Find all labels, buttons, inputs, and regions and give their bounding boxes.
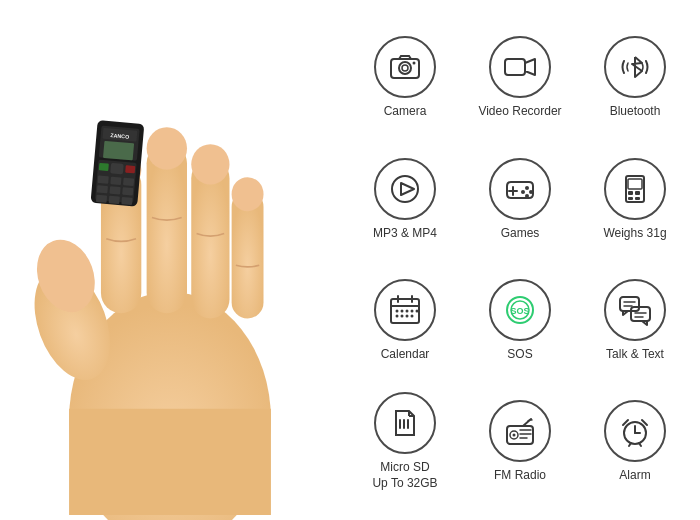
svg-point-60	[406, 314, 409, 317]
camera-icon-circle	[374, 36, 436, 98]
svg-rect-20	[125, 165, 135, 173]
svg-rect-23	[123, 178, 134, 186]
feature-bluetooth: Bluetooth	[580, 20, 690, 136]
svg-rect-24	[97, 185, 108, 193]
svg-point-62	[416, 309, 419, 312]
sos-icon-circle: SOS	[489, 279, 551, 341]
svg-point-57	[411, 309, 414, 312]
svg-text:SOS: SOS	[510, 306, 529, 316]
svg-point-7	[147, 127, 187, 170]
svg-rect-27	[96, 195, 107, 203]
sos-icon: SOS	[503, 293, 537, 327]
svg-rect-1	[69, 409, 271, 515]
gamepad-icon	[503, 172, 537, 206]
games-icon-circle	[489, 158, 551, 220]
svg-rect-26	[122, 187, 133, 195]
svg-point-55	[401, 309, 404, 312]
svg-rect-50	[391, 299, 419, 323]
radio-label: FM Radio	[494, 468, 546, 484]
svg-rect-45	[628, 179, 642, 189]
svg-rect-19	[99, 163, 109, 171]
svg-rect-77	[507, 426, 533, 444]
camera-label: Camera	[384, 104, 427, 120]
svg-point-54	[396, 309, 399, 312]
feature-calendar: Calendar	[350, 263, 460, 379]
svg-point-40	[521, 190, 525, 194]
feature-talk-text: Talk & Text	[580, 263, 690, 379]
phone-small-icon	[618, 172, 652, 206]
svg-point-56	[406, 309, 409, 312]
left-panel: ZANCO	[0, 0, 340, 520]
feature-games: Games	[465, 141, 575, 257]
bluetooth-icon-circle	[604, 36, 666, 98]
mp3-label: MP3 & MP4	[373, 226, 437, 242]
svg-point-32	[402, 65, 408, 71]
games-label: Games	[501, 226, 540, 242]
video-label: Video Recorder	[478, 104, 561, 120]
microsd-icon-circle	[374, 392, 436, 454]
weight-icon-circle	[604, 158, 666, 220]
svg-rect-48	[628, 197, 633, 200]
svg-rect-47	[635, 191, 640, 195]
radio-icon-circle	[489, 400, 551, 462]
feature-radio: FM Radio	[465, 384, 575, 500]
feature-video: Video Recorder	[465, 20, 575, 136]
mp3-icon-circle	[374, 158, 436, 220]
calendar-icon	[388, 293, 422, 327]
svg-rect-49	[635, 197, 640, 200]
feature-mp3: MP3 & MP4	[350, 141, 460, 257]
svg-rect-18	[110, 163, 124, 175]
calendar-icon-circle	[374, 279, 436, 341]
svg-rect-66	[620, 297, 639, 311]
bluetooth-label: Bluetooth	[610, 104, 661, 120]
svg-point-61	[411, 314, 414, 317]
svg-marker-37	[401, 183, 414, 195]
svg-point-41	[525, 194, 529, 198]
svg-point-33	[413, 62, 416, 65]
svg-point-11	[232, 177, 264, 211]
sos-label: SOS	[507, 347, 532, 363]
svg-rect-16	[103, 141, 134, 161]
talk-text-label: Talk & Text	[606, 347, 664, 363]
bluetooth-icon	[618, 50, 652, 84]
feature-camera: Camera	[350, 20, 460, 136]
svg-marker-35	[525, 59, 535, 75]
radio-icon	[503, 414, 537, 448]
feature-weight: Weighs 31g	[580, 141, 690, 257]
alarm-icon-circle	[604, 400, 666, 462]
svg-rect-25	[109, 186, 120, 194]
svg-point-38	[525, 186, 529, 190]
talk-text-icon-circle	[604, 279, 666, 341]
svg-point-31	[399, 62, 411, 74]
camera-icon	[388, 50, 422, 84]
features-grid: Camera Video Recorder Bluetooth	[340, 0, 700, 520]
video-icon-circle	[489, 36, 551, 98]
feature-microsd: Micro SD Up To 32GB	[350, 384, 460, 500]
svg-rect-29	[121, 197, 132, 205]
svg-point-79	[513, 434, 516, 437]
svg-rect-34	[505, 59, 525, 75]
svg-rect-28	[109, 196, 120, 204]
svg-point-59	[401, 314, 404, 317]
play-icon	[388, 172, 422, 206]
svg-rect-22	[110, 177, 121, 185]
calendar-label: Calendar	[381, 347, 430, 363]
svg-rect-67	[631, 307, 650, 321]
video-icon	[503, 50, 537, 84]
weight-label: Weighs 31g	[603, 226, 666, 242]
hand-illustration: ZANCO	[0, 0, 340, 520]
feature-sos: SOS SOS	[465, 263, 575, 379]
svg-rect-21	[98, 176, 109, 184]
microsd-label: Micro SD Up To 32GB	[372, 460, 437, 491]
alarm-icon	[618, 414, 652, 448]
feature-alarm: Alarm	[580, 384, 690, 500]
alarm-label: Alarm	[619, 468, 650, 484]
svg-point-39	[529, 190, 533, 194]
svg-point-9	[191, 144, 229, 184]
chat-icon	[618, 293, 652, 327]
svg-point-58	[396, 314, 399, 317]
sd-icon	[388, 406, 422, 440]
svg-rect-46	[628, 191, 633, 195]
